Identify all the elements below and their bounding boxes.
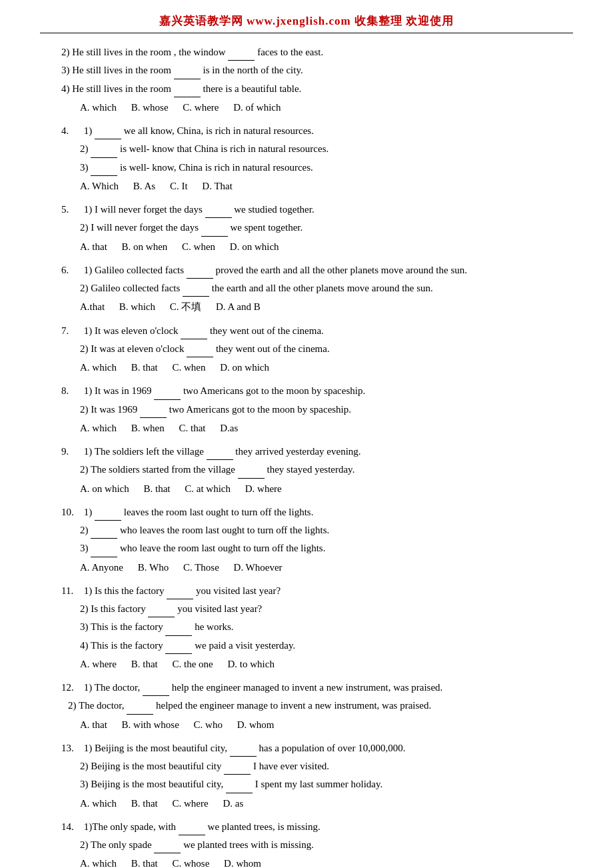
option-a: A. that [80, 238, 107, 255]
question-block-8: 8. 1) It was in 1969 two Americans got t… [40, 381, 573, 437]
sub-item: 2) who leaves the room last ought to tur… [80, 521, 573, 539]
sub-item: 5. 1) I will never forget the days we st… [61, 200, 573, 218]
option-d: D. on which [220, 359, 269, 376]
option-c: C. when [173, 359, 206, 376]
sub-item: 12. 1) The doctor, help the engineer man… [61, 678, 573, 696]
option-d: D. as [223, 795, 243, 812]
blank [91, 521, 117, 539]
sub-item: 2) Galileo collected facts the earth and… [80, 279, 573, 297]
option-c: C. who [194, 716, 223, 733]
sub-item: 2) The soldiers started from the village… [80, 460, 573, 478]
blank [226, 775, 253, 793]
header-title: 嘉兴英语教学网 www.jxenglish.com 收集整理 欢迎使用 [40, 13, 573, 29]
option-a: A. Which [80, 177, 119, 195]
options-line: A. which B. when C. that D.as [80, 419, 573, 437]
option-a: A. which [80, 855, 117, 868]
question-block-6: 6. 1) Galileo collected facts proved the… [40, 261, 573, 316]
blank [187, 261, 213, 279]
blank [154, 835, 181, 853]
blank [181, 321, 207, 339]
sub-item: 2) It was 1969 two Americans got to the … [80, 400, 573, 418]
option-b: B. when [131, 419, 165, 437]
sub-item: 2) Is this factory you visited last year… [80, 599, 573, 617]
option-d: D. whom [224, 855, 261, 868]
option-d: D. Whoever [234, 559, 283, 576]
option-a: A. Anyone [80, 559, 123, 576]
blank [174, 61, 201, 79]
sub-item: 2) He still lives in the room , the wind… [61, 43, 573, 61]
option-d: D. to which [227, 655, 274, 673]
blank [205, 200, 232, 218]
sub-item: 2) The doctor, helped the engineer manag… [68, 696, 573, 714]
option-c: C. 不填 [170, 298, 202, 315]
option-b: B. that [131, 855, 158, 868]
question-block-4: 4. 1) we all know, China, is rich in nat… [40, 121, 573, 195]
blank [154, 381, 181, 399]
blank [143, 678, 169, 696]
header-divider [40, 33, 573, 33]
sub-item: 2) It was at eleven o'clock they went ou… [80, 339, 573, 357]
option-d: D. That [202, 177, 233, 195]
blank [127, 696, 153, 714]
sub-item: 4) He still lives in the room there is a… [61, 79, 573, 97]
option-a: A. which [80, 99, 117, 116]
option-a: A. which [80, 419, 117, 437]
option-a: A. that [80, 716, 107, 733]
option-d: D. of which [233, 99, 281, 116]
sub-item: 2) Beijing is the most beautiful city I … [80, 757, 573, 775]
question-block-13: 13. 1) Beijing is the most beautiful cit… [40, 739, 573, 812]
blank [91, 139, 117, 157]
options-line: A. which B. that C. where D. as [80, 795, 573, 812]
options-line: A.that B. which C. 不填 D. A and B [80, 298, 573, 315]
sub-item: 3) Beijing is the most beautiful city, I… [80, 775, 573, 793]
options-line: A. Which B. As C. It D. That [80, 177, 573, 195]
options-line: A. which B. whose C. where D. of which [80, 99, 573, 116]
blank [148, 599, 175, 617]
blank [187, 339, 213, 357]
option-b: B. that [144, 480, 171, 497]
question-block-5: 5. 1) I will never forget the days we st… [40, 200, 573, 255]
sub-item: 11. 1) Is this the factory you visited l… [61, 581, 573, 599]
blank [201, 218, 228, 236]
blank [91, 158, 117, 176]
option-b: B. As [133, 177, 155, 195]
options-line: A. that B. with whose C. who D. whom [80, 716, 573, 733]
option-d: D. whom [237, 716, 275, 733]
option-a: A. where [80, 655, 117, 673]
sub-item: 4. 1) we all know, China, is rich in nat… [61, 121, 573, 139]
blank [183, 279, 209, 297]
sub-item: 3) is well- know, China is rich in natur… [80, 158, 573, 176]
sub-item: 7. 1) It was eleven o'clock they went ou… [61, 321, 573, 339]
sub-item: 13. 1) Beijing is the most beautiful cit… [61, 739, 573, 757]
sub-item: 2) The only spade we planted trees with … [80, 835, 573, 853]
sub-item: 9. 1) The soldiers left the village they… [61, 442, 573, 460]
blank [95, 503, 121, 521]
sub-item: 14. 1)The only spade, with we planted tr… [61, 817, 573, 835]
option-b: B. with whose [122, 716, 179, 733]
question-block-12: 12. 1) The doctor, help the engineer man… [40, 678, 573, 733]
option-b: B. on when [122, 238, 168, 255]
option-c: C. where [173, 795, 209, 812]
option-b: B. that [131, 655, 158, 673]
sub-item: 4) This is the factory we paid a visit y… [80, 636, 573, 654]
option-c: C. that [179, 419, 206, 437]
option-c: C. at which [185, 480, 231, 497]
blank [167, 581, 193, 599]
options-line: A. on which B. that C. at which D. where [80, 480, 573, 497]
blank [165, 636, 192, 654]
sub-item: 6. 1) Galileo collected facts proved the… [61, 261, 573, 279]
options-line: A. which B. that C. when D. on which [80, 359, 573, 376]
page-header: 嘉兴英语教学网 www.jxenglish.com 收集整理 欢迎使用 [40, 13, 573, 33]
option-c: C. Those [183, 559, 219, 576]
option-b: B. that [131, 359, 158, 376]
option-a: A.that [80, 298, 105, 315]
sub-item: 3) This is the factory he works. [80, 617, 573, 635]
blank [228, 43, 255, 61]
blank [165, 617, 192, 635]
blank [140, 400, 167, 418]
question-block-14: 14. 1)The only spade, with we planted tr… [40, 817, 573, 868]
option-d: D.as [220, 419, 238, 437]
option-c: C. whose [173, 855, 210, 868]
blank [91, 539, 117, 557]
options-line: A. where B. that C. the one D. to which [80, 655, 573, 673]
